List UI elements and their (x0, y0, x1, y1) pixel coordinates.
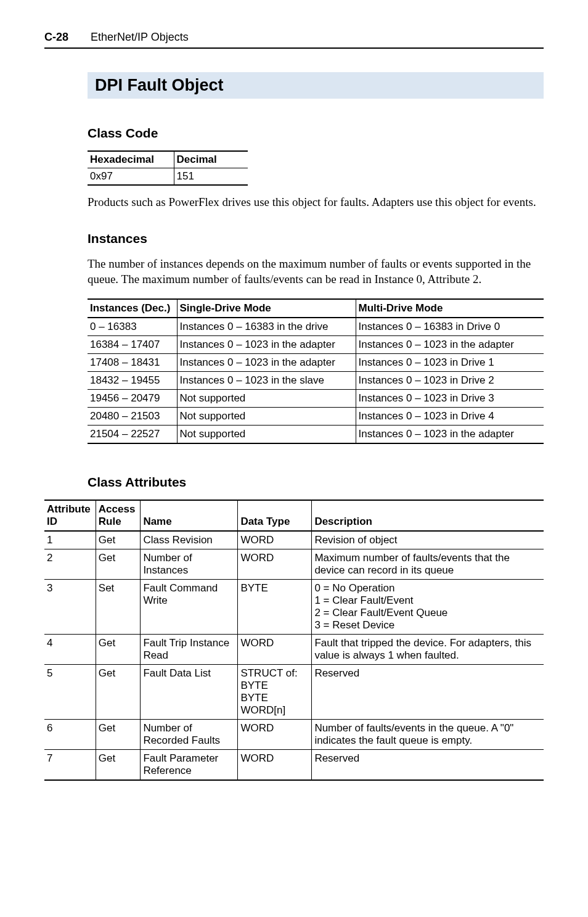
table-cell: Reserved (312, 664, 544, 719)
table-header: Multi-Drive Mode (356, 299, 544, 318)
table-header: Access Rule (96, 500, 141, 531)
table-cell: WORD (238, 749, 312, 780)
table-cell: Reserved (312, 749, 544, 780)
table-cell: Fault Parameter Reference (141, 749, 238, 780)
table-header: Data Type (238, 500, 312, 531)
table-cell: 17408 – 18431 (88, 353, 177, 371)
section-title: DPI Fault Object (95, 76, 536, 95)
table-cell: Instances 0 – 1023 in the slave (177, 371, 356, 389)
table-cell: Get (96, 749, 141, 780)
table-header: Attribute ID (44, 500, 96, 531)
table-cell: 19456 – 20479 (88, 389, 177, 407)
table-cell: Fault that tripped the device. For adapt… (312, 634, 544, 664)
table-cell: Fault Command Write (141, 579, 238, 634)
section-title-band: DPI Fault Object (88, 72, 544, 99)
table-header: Description (312, 500, 544, 531)
table-cell: WORD (238, 634, 312, 664)
table-cell: Get (96, 719, 141, 749)
table-cell: 0x97 (88, 168, 174, 186)
intro-paragraph: Products such as PowerFlex drives use th… (88, 194, 544, 210)
table-cell: 0 = No Operation 1 = Clear Fault/Event 2… (312, 579, 544, 634)
table-cell: STRUCT of: BYTE BYTE WORD[n] (238, 664, 312, 719)
table-cell: Instances 0 – 1023 in Drive 2 (356, 371, 544, 389)
table-cell: Not supported (177, 425, 356, 443)
table-cell: Revision of object (312, 531, 544, 549)
table-cell: WORD (238, 719, 312, 749)
table-header: Instances (Dec.) (88, 299, 177, 318)
table-cell: Instances 0 – 16383 in Drive 0 (356, 318, 544, 336)
table-header: Decimal (174, 151, 248, 168)
instances-table: Instances (Dec.) Single-Drive Mode Multi… (88, 298, 544, 444)
page-header: C-28 EtherNet/IP Objects (44, 31, 544, 49)
table-cell: Maximum number of faults/events that the… (312, 549, 544, 579)
table-cell: Instances 0 – 1023 in the adapter (177, 353, 356, 371)
table-cell: 7 (44, 749, 96, 780)
table-cell: 20480 – 21503 (88, 407, 177, 425)
table-cell: Instances 0 – 1023 in Drive 3 (356, 389, 544, 407)
page-number: C-28 (44, 31, 68, 44)
table-cell: Instances 0 – 16383 in the drive (177, 318, 356, 336)
table-header: Single-Drive Mode (177, 299, 356, 318)
table-cell: Class Revision (141, 531, 238, 549)
instances-paragraph: The number of instances depends on the m… (88, 256, 544, 287)
table-cell: 5 (44, 664, 96, 719)
class-code-table: Hexadecimal Decimal 0x97 151 (88, 150, 248, 186)
class-code-heading: Class Code (88, 126, 544, 141)
table-cell: Not supported (177, 389, 356, 407)
table-cell: Number of faults/events in the queue. A … (312, 719, 544, 749)
table-cell: 1 (44, 531, 96, 549)
table-cell: Instances 0 – 1023 in the adapter (356, 335, 544, 353)
table-cell: Instances 0 – 1023 in the adapter (356, 425, 544, 443)
instances-heading: Instances (88, 231, 544, 246)
table-cell: 4 (44, 634, 96, 664)
table-cell: 151 (174, 168, 248, 186)
table-cell: Get (96, 664, 141, 719)
table-cell: 21504 – 22527 (88, 425, 177, 443)
table-cell: WORD (238, 549, 312, 579)
table-cell: 18432 – 19455 (88, 371, 177, 389)
table-cell: 16384 – 17407 (88, 335, 177, 353)
table-cell: Instances 0 – 1023 in the adapter (177, 335, 356, 353)
table-cell: Fault Data List (141, 664, 238, 719)
table-cell: Fault Trip Instance Read (141, 634, 238, 664)
table-cell: 0 – 16383 (88, 318, 177, 336)
table-cell: WORD (238, 531, 312, 549)
table-cell: 3 (44, 579, 96, 634)
table-cell: Set (96, 579, 141, 634)
table-cell: 2 (44, 549, 96, 579)
table-cell: Number of Recorded Faults (141, 719, 238, 749)
table-cell: Instances 0 – 1023 in Drive 4 (356, 407, 544, 425)
table-cell: Get (96, 549, 141, 579)
table-cell: Get (96, 634, 141, 664)
table-header: Hexadecimal (88, 151, 174, 168)
table-cell: BYTE (238, 579, 312, 634)
table-cell: Not supported (177, 407, 356, 425)
table-cell: Number of Instances (141, 549, 238, 579)
table-header: Name (141, 500, 238, 531)
class-attributes-heading: Class Attributes (88, 475, 544, 490)
table-cell: Instances 0 – 1023 in Drive 1 (356, 353, 544, 371)
table-cell: 6 (44, 719, 96, 749)
running-title: EtherNet/IP Objects (91, 31, 189, 44)
class-attributes-table: Attribute ID Access Rule Name Data Type … (44, 500, 544, 781)
table-cell: Get (96, 531, 141, 549)
